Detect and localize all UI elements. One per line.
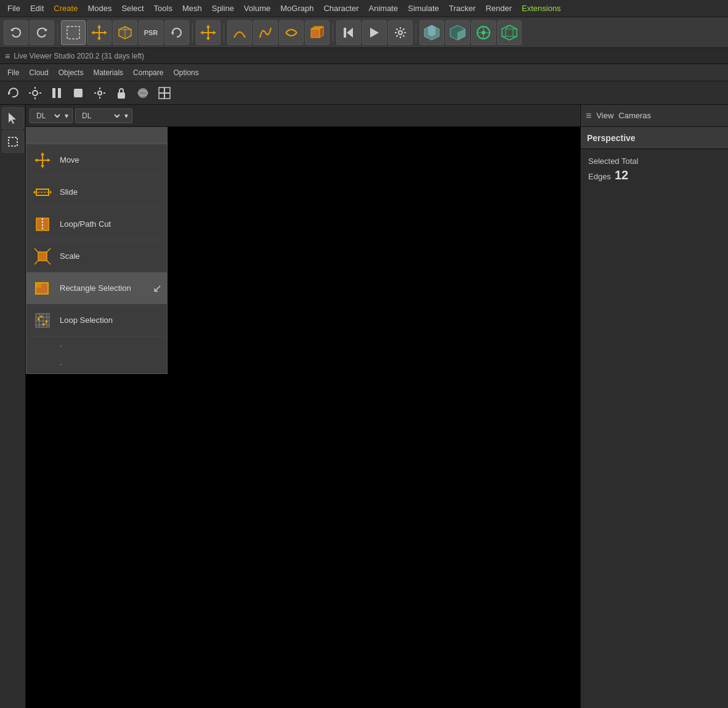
secondbar-objects[interactable]: Objects [54, 67, 89, 79]
lock-btn[interactable] [111, 84, 131, 102]
play-button[interactable] [362, 20, 387, 45]
menu-modes[interactable]: Modes [83, 2, 116, 15]
psr-button[interactable]: PSR [139, 20, 163, 45]
dropdown-item-loop-sel[interactable]: Loop Selection [26, 304, 167, 336]
menu-render[interactable]: Render [480, 2, 517, 15]
right-panel-cameras-label[interactable]: Cameras [618, 111, 651, 120]
move-mode-btn[interactable] [25, 84, 45, 102]
sphere-view-button[interactable] [471, 20, 496, 45]
dropdown-item-slide[interactable]: Slide [26, 176, 167, 208]
dropdown-loop-sel-label: Loop Selection [60, 315, 113, 325]
menu-create[interactable]: Create [49, 2, 83, 15]
svg-marker-54 [9, 113, 16, 124]
svg-marker-67 [33, 190, 35, 194]
dropdown-item-scale[interactable]: Scale [26, 240, 167, 272]
svg-marker-16 [206, 38, 210, 41]
secondbar-options[interactable]: Options [168, 67, 203, 79]
main-toolbar: PSR [0, 17, 728, 48]
menu-file[interactable]: File [2, 2, 25, 15]
settings2-btn[interactable] [90, 84, 110, 102]
svg-marker-36 [502, 25, 517, 40]
svg-rect-77 [36, 314, 49, 327]
perspective-label: Perspective [587, 133, 636, 143]
render-view-button[interactable] [497, 20, 522, 45]
left-tool-panel [0, 105, 26, 708]
vp-dropdown-1[interactable]: DLGLCPU ▾ [30, 108, 73, 123]
right-panel-view-label[interactable]: View [596, 111, 613, 120]
menu-simulate[interactable]: Simulate [403, 2, 444, 15]
svg-point-47 [98, 91, 102, 95]
svg-rect-21 [311, 29, 320, 38]
secondbar-materials[interactable]: Materials [88, 67, 128, 79]
menu-volume[interactable]: Volume [239, 2, 275, 15]
svg-line-71 [34, 248, 38, 252]
arc-tool-2[interactable] [253, 20, 278, 45]
rotate-button[interactable] [164, 20, 189, 45]
record-btn[interactable] [68, 84, 88, 102]
left-pointer-tool[interactable] [2, 107, 24, 129]
undo-button[interactable] [4, 20, 28, 45]
cube-tool-button[interactable] [113, 20, 137, 45]
menu-animate[interactable]: Animate [364, 2, 403, 15]
rotate-mode-btn[interactable] [4, 84, 23, 102]
dropdown-item-loopcut[interactable]: Loop/Path Cut [26, 208, 167, 240]
svg-marker-14 [206, 25, 210, 28]
side-view-button[interactable] [445, 20, 470, 45]
dropdown-item-move[interactable]: Move [26, 144, 167, 176]
right-panel: ≡ View Cameras Perspective Selected Tota… [580, 105, 728, 708]
svg-marker-57 [41, 152, 44, 155]
play-backward-button[interactable] [336, 20, 361, 45]
box-tool[interactable] [305, 20, 330, 45]
menu-spline[interactable]: Spline [207, 2, 239, 15]
menu-mograph[interactable]: MoGraph [275, 2, 318, 15]
redo-button[interactable] [30, 20, 54, 45]
move-tool-button[interactable] [87, 20, 111, 45]
pause-btn[interactable] [47, 84, 67, 102]
arc-tool-1[interactable] [227, 20, 252, 45]
app-title: Live Viewer Studio 2020.2 (31 days left) [14, 52, 144, 60]
dropdown-slide-label: Slide [60, 187, 78, 197]
svg-line-72 [47, 248, 51, 252]
menu-select[interactable]: Select [116, 2, 148, 15]
svg-rect-48 [118, 92, 125, 99]
secondbar-file[interactable]: File [2, 67, 24, 79]
settings-button[interactable] [388, 20, 413, 45]
right-panel-menu-icon[interactable]: ≡ [586, 110, 591, 121]
dropdown-item-rect-sel[interactable]: Rectangle Selection ↙ [26, 272, 167, 304]
edges-label: Edges [588, 172, 611, 181]
sphere-btn[interactable] [133, 84, 153, 102]
svg-rect-0 [67, 26, 79, 39]
scale-icon [31, 245, 54, 267]
svg-marker-8 [104, 31, 107, 35]
svg-marker-37 [506, 29, 513, 36]
dropdown-scale-label: Scale [60, 251, 80, 261]
vp-dropdown-2[interactable]: DLStandard ▾ [75, 108, 132, 123]
menu-tools[interactable]: Tools [149, 2, 177, 15]
vp-select-2[interactable]: DLStandard [79, 111, 122, 121]
vp-select-1[interactable]: DLGLCPU [34, 111, 62, 121]
transform-tool-button[interactable] [196, 20, 220, 45]
svg-marker-29 [428, 25, 435, 36]
move-icon [31, 149, 54, 171]
menu-edit[interactable]: Edit [25, 2, 49, 15]
left-box-select[interactable] [2, 131, 24, 153]
svg-rect-55 [9, 137, 17, 146]
secondbar-cloud[interactable]: Cloud [24, 67, 53, 79]
menu-extensions[interactable]: Extensions [517, 2, 566, 15]
loopcut-icon [31, 213, 54, 235]
menu-mesh[interactable]: Mesh [177, 2, 207, 15]
menu-tracker[interactable]: Tracker [444, 2, 481, 15]
secondbar-compare[interactable]: Compare [128, 67, 168, 79]
plus-btn[interactable] [155, 84, 174, 102]
front-view-button[interactable] [419, 20, 444, 45]
slide-icon [31, 181, 54, 203]
selection-tool-button[interactable] [61, 20, 86, 45]
selected-total-label: Selected Total [588, 157, 721, 166]
svg-marker-59 [41, 165, 44, 168]
svg-marker-25 [347, 28, 353, 38]
svg-marker-20 [213, 31, 216, 35]
arc-tool-3[interactable] [279, 20, 304, 45]
toolbar-separator-3 [224, 23, 224, 42]
hamburger-icon[interactable]: ≡ [5, 51, 10, 61]
menu-character[interactable]: Character [318, 2, 363, 15]
